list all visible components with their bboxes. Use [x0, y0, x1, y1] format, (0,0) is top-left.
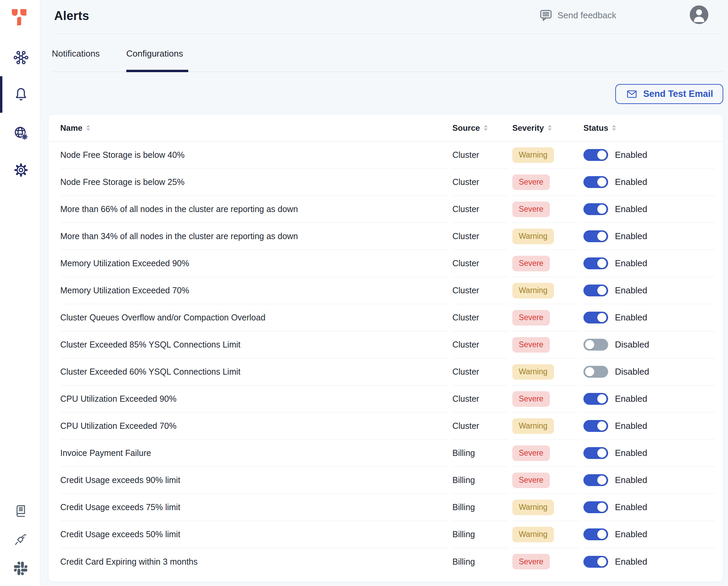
status-toggle[interactable]	[583, 393, 608, 405]
status-toggle[interactable]	[583, 501, 608, 513]
send-test-email-button[interactable]: Send Test Email	[615, 84, 723, 104]
status-label: Enabled	[615, 529, 647, 540]
page-title: Alerts	[54, 9, 89, 23]
severity-badge: Severe	[512, 174, 550, 190]
yugabyte-logo[interactable]	[11, 9, 28, 25]
table-row: Memory Utilization Exceeded 90%ClusterSe…	[48, 250, 723, 277]
severity-badge: Warning	[512, 500, 554, 515]
table-row: CPU Utilization Exceeded 90%ClusterSever…	[48, 385, 723, 413]
status-toggle[interactable]	[583, 203, 608, 215]
toggle-knob	[597, 394, 606, 403]
severity-badge: Severe	[512, 445, 550, 461]
slack-icon[interactable]	[14, 562, 27, 575]
status-toggle[interactable]	[583, 312, 608, 323]
status-toggle[interactable]	[583, 474, 608, 486]
toggle-knob	[597, 503, 606, 512]
tab-configurations[interactable]: Configurations	[126, 48, 183, 59]
status-toggle[interactable]	[583, 176, 608, 188]
alert-source: Billing	[452, 475, 475, 485]
alert-name: More than 34% of all nodes in the cluste…	[60, 231, 298, 241]
network-globe-settings-icon[interactable]	[13, 125, 29, 141]
alert-name: Memory Utilization Exceeded 70%	[60, 286, 189, 295]
status-label: Enabled	[615, 312, 647, 323]
alert-name: Invoice Payment Failure	[60, 448, 151, 458]
status-toggle[interactable]	[583, 149, 608, 161]
status-toggle[interactable]	[583, 257, 608, 269]
alert-source: Billing	[452, 557, 475, 567]
send-feedback-button[interactable]: Send feedback	[539, 8, 616, 22]
status-label: Enabled	[615, 177, 647, 187]
alert-name: Cluster Queues Overflow and/or Compactio…	[60, 313, 265, 322]
severity-badge: Severe	[512, 256, 550, 271]
send-test-email-label: Send Test Email	[643, 89, 713, 99]
toggle-knob	[597, 150, 606, 160]
table-row: Node Free Storage is below 40%ClusterWar…	[48, 142, 723, 169]
status-toggle[interactable]	[583, 366, 608, 378]
toggle-knob	[597, 530, 606, 539]
sort-icon	[86, 125, 91, 131]
status-toggle[interactable]	[583, 447, 608, 459]
status-label: Enabled	[615, 502, 647, 512]
docs-book-icon[interactable]	[14, 504, 27, 518]
status-label: Enabled	[615, 448, 647, 458]
alert-source: Cluster	[452, 421, 479, 431]
severity-badge: Warning	[512, 147, 554, 163]
status-label: Enabled	[615, 394, 647, 404]
status-toggle[interactable]	[583, 556, 608, 568]
severity-badge: Severe	[512, 310, 550, 326]
settings-gear-icon[interactable]	[13, 162, 29, 178]
alert-name: CPU Utilization Exceeded 90%	[60, 394, 176, 404]
integrations-plug-icon[interactable]	[14, 532, 27, 546]
table-row: Node Free Storage is below 25%ClusterSev…	[48, 169, 723, 196]
alert-name: Credit Usage exceeds 75% limit	[60, 502, 180, 512]
alert-source: Cluster	[452, 150, 479, 160]
column-header-name[interactable]: Name	[60, 114, 448, 141]
severity-badge: Severe	[512, 473, 550, 488]
table-row: More than 34% of all nodes in the cluste…	[48, 223, 723, 250]
alert-name: Cluster Exceeded 60% YSQL Connections Li…	[60, 367, 240, 377]
alert-name: Cluster Exceeded 85% YSQL Connections Li…	[60, 340, 240, 350]
top-bar: Alerts Send feedback	[40, 0, 728, 34]
table-body: Node Free Storage is below 40%ClusterWar…	[48, 142, 723, 575]
status-toggle[interactable]	[583, 420, 608, 432]
severity-badge: Warning	[512, 283, 554, 298]
status-toggle[interactable]	[583, 339, 608, 351]
toggle-knob	[597, 557, 606, 566]
status-label: Enabled	[615, 150, 647, 160]
main-content: Alerts Send feedback Notifications Confi…	[40, 0, 728, 586]
alert-name: Node Free Storage is below 25%	[60, 177, 185, 187]
user-avatar-icon[interactable]	[690, 5, 708, 24]
alert-source: Cluster	[452, 313, 479, 322]
toggle-knob	[597, 259, 606, 268]
status-toggle[interactable]	[583, 528, 608, 540]
tab-notifications[interactable]: Notifications	[52, 48, 100, 59]
toggle-knob	[597, 177, 606, 187]
status-toggle[interactable]	[583, 285, 608, 296]
severity-badge: Warning	[512, 364, 554, 380]
status-label: Disabled	[615, 339, 649, 350]
toggle-knob	[597, 313, 606, 322]
alert-source: Cluster	[452, 340, 479, 350]
status-label: Enabled	[615, 231, 647, 242]
column-header-source[interactable]: Source	[452, 114, 508, 141]
status-label: Enabled	[615, 421, 647, 431]
tabs: Notifications Configurations	[40, 34, 728, 72]
table-row: CPU Utilization Exceeded 70%ClusterWarni…	[48, 413, 723, 440]
toggle-knob	[597, 286, 606, 295]
toggle-knob	[597, 232, 606, 241]
alert-source: Cluster	[452, 177, 479, 187]
severity-badge: Severe	[512, 391, 550, 407]
column-header-status[interactable]: Status	[583, 114, 715, 141]
table-header: Name Source Severity Status	[48, 114, 723, 142]
active-nav-indicator	[0, 76, 2, 113]
severity-badge: Severe	[512, 554, 550, 569]
sidebar	[0, 0, 40, 586]
alert-source: Cluster	[452, 231, 479, 241]
alerts-bell-icon[interactable]	[13, 86, 29, 102]
status-toggle[interactable]	[583, 230, 608, 242]
column-header-severity[interactable]: Severity	[512, 114, 579, 141]
sort-icon	[483, 125, 488, 131]
severity-badge: Severe	[512, 337, 550, 353]
table-row: Credit Usage exceeds 90% limitBillingSev…	[48, 467, 723, 494]
clusters-network-icon[interactable]	[13, 50, 29, 65]
